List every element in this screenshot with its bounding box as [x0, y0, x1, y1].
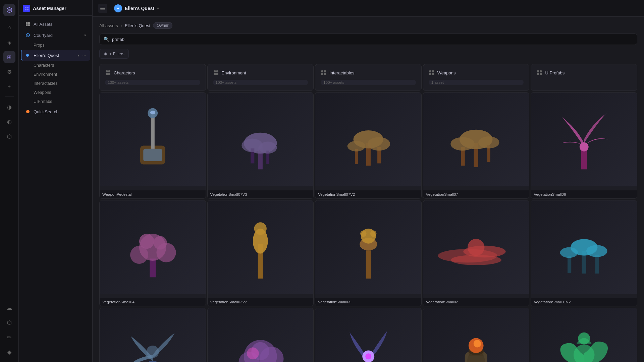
asset-thumbnail-vegetation-medium03: [100, 308, 206, 362]
courtyard-arrow: ▾: [84, 33, 86, 38]
sidebar-nav: All Assets Courtyard ▾ Props Ellen's Que…: [19, 16, 92, 120]
layers3-icon[interactable]: ⬡: [3, 130, 15, 142]
svg-rect-35: [540, 73, 542, 75]
settings-icon[interactable]: ⚙: [3, 66, 15, 78]
asset-label-vegetation-small06: VegetationSmall06: [531, 190, 637, 198]
main-area: Ellen's Quest ▾ All assets › Ellen's Que…: [93, 0, 644, 362]
svg-point-65: [139, 234, 154, 249]
sidebar-item-courtyard[interactable]: Courtyard ▾: [21, 30, 90, 41]
svg-point-104: [578, 333, 590, 345]
svg-rect-5: [27, 9, 29, 10]
ellens-quest-label: Ellen's Quest: [34, 53, 75, 58]
search-icon: 🔍: [104, 37, 109, 42]
asset-card-spitter-ragdoll[interactable]: SpitterRagdoll: [531, 308, 637, 362]
sidebar-item-props[interactable]: Props: [21, 41, 90, 50]
asset-card-vegetation-small02[interactable]: VegetationSmall02: [423, 200, 530, 307]
svg-point-86: [146, 346, 159, 358]
asset-card-vegetation-small04[interactable]: VegetationSmall04: [99, 200, 206, 307]
asset-thumbnail-vegetation-small07v2: [315, 93, 421, 186]
sidebar-item-weapons[interactable]: Weapons: [21, 88, 90, 97]
svg-point-73: [360, 230, 367, 237]
sidebar-item-all-assets[interactable]: All Assets: [21, 19, 90, 29]
svg-point-66: [153, 236, 167, 249]
svg-rect-81: [595, 255, 599, 274]
asset-card-vegetation-small06[interactable]: VegetationSmall06: [531, 92, 637, 199]
asset-card-vegetation-medium02[interactable]: VegetationMedium02: [207, 308, 314, 362]
sidebar-item-environment[interactable]: Environment: [21, 70, 90, 79]
cube-icon[interactable]: ◈: [3, 36, 15, 48]
category-header-interactables: Interactables: [321, 70, 416, 76]
asset-card-weapon-pedestal[interactable]: WeaponPedestal: [99, 92, 206, 199]
breadcrumb-all-assets[interactable]: All assets: [99, 23, 118, 28]
all-assets-icon: [25, 21, 31, 27]
asset-card-vegetation-medium01[interactable]: VegetationMedium01: [315, 308, 422, 362]
asset-card-vegetation-small07v2[interactable]: VegetationSmall07V2: [315, 92, 422, 199]
category-card-interactables[interactable]: Interactables 100+ assets: [315, 64, 422, 91]
svg-rect-21: [216, 70, 218, 72]
sidebar-item-uiprefabs[interactable]: UIPrefabs: [21, 97, 90, 106]
add-icon[interactable]: +: [3, 80, 15, 93]
asset-label-vegetation-small03v2: VegetationSmall03V2: [208, 298, 314, 306]
diamond-icon[interactable]: ◆: [3, 346, 15, 358]
svg-point-69: [254, 222, 267, 235]
brush-icon[interactable]: ✏: [3, 331, 15, 343]
category-card-uiprefabs[interactable]: UIPrefabs: [531, 64, 637, 91]
svg-point-92: [247, 348, 259, 360]
asset-card-vegetation-small07v3[interactable]: VegetationSmall07V3: [207, 92, 314, 199]
svg-rect-20: [214, 70, 216, 72]
sidebar-item-ellens-quest[interactable]: Ellen's Quest ▾ ···: [21, 50, 90, 61]
sidebar-item-characters[interactable]: Characters: [21, 61, 90, 70]
asset-thumbnail-vegetation-small02: [423, 200, 529, 294]
search-bar: 🔍: [99, 34, 637, 45]
ellens-quest-badge: [26, 54, 29, 57]
asset-card-vegetation-small03v2[interactable]: VegetationSmall03V2: [207, 200, 314, 307]
topbar-project-name: Ellen's Quest: [125, 6, 154, 11]
svg-point-78: [468, 239, 484, 255]
svg-rect-83: [568, 256, 571, 273]
ellens-quest-more[interactable]: ···: [82, 53, 86, 58]
layers2-icon[interactable]: ◐: [3, 116, 15, 128]
all-assets-label: All Assets: [34, 22, 86, 27]
asset-card-switch[interactable]: Switch: [423, 308, 530, 362]
asset-label-vegetation-small07: VegetationSmall07: [423, 190, 529, 198]
category-count-environment: 100+ assets: [213, 80, 308, 85]
sidebar-item-quicksearch[interactable]: QuickSearch: [21, 106, 90, 117]
svg-rect-2: [25, 7, 26, 8]
quicksearch-badge: [26, 110, 30, 113]
svg-point-60: [580, 142, 589, 152]
asset-thumbnail-vegetation-medium02: [208, 308, 314, 362]
grid-icon[interactable]: ⊞: [3, 51, 15, 63]
asset-card-vegetation-small01v2[interactable]: VegetationSmall01V2: [531, 200, 637, 307]
asset-manager-icon: [23, 5, 30, 12]
svg-rect-33: [540, 70, 542, 72]
category-card-environment[interactable]: Environment 100+ assets: [207, 64, 314, 91]
sidebar-item-interactables[interactable]: Interactables: [21, 79, 90, 88]
quicksearch-icon: [25, 109, 31, 115]
category-card-weapons[interactable]: Weapons 1 asset: [423, 64, 530, 91]
filters-button[interactable]: ⊕ + Filters: [99, 49, 129, 59]
home-icon[interactable]: ⌂: [3, 21, 15, 34]
category-icon-interactables: [321, 70, 327, 76]
breadcrumb-project[interactable]: Ellen's Quest: [125, 23, 150, 28]
svg-rect-29: [432, 70, 434, 72]
category-card-characters[interactable]: Characters 100+ assets: [99, 64, 206, 91]
topbar-project[interactable]: Ellen's Quest ▾: [111, 3, 162, 14]
asset-card-vegetation-small03[interactable]: VegetationSmall03: [315, 200, 422, 307]
topbar-menu-button[interactable]: [98, 4, 107, 13]
app-logo[interactable]: [3, 4, 15, 16]
svg-rect-37: [143, 149, 162, 161]
svg-rect-32: [537, 70, 539, 72]
cloud-icon[interactable]: ☁: [3, 302, 15, 314]
svg-rect-22: [214, 73, 216, 75]
props-label: Props: [34, 43, 45, 48]
layers1-icon[interactable]: ◑: [3, 101, 15, 113]
filters-label: + Filters: [109, 52, 124, 56]
courtyard-icon: [25, 32, 31, 38]
package-icon[interactable]: ⬡: [3, 316, 15, 328]
search-input[interactable]: [112, 37, 633, 42]
asset-card-vegetation-medium03[interactable]: VegetationMedium03: [99, 308, 206, 362]
filters-icon: ⊕: [104, 51, 107, 56]
asset-card-vegetation-small07[interactable]: VegetationSmall07: [423, 92, 530, 199]
svg-rect-61: [150, 258, 156, 277]
characters-label: Characters: [34, 63, 54, 68]
